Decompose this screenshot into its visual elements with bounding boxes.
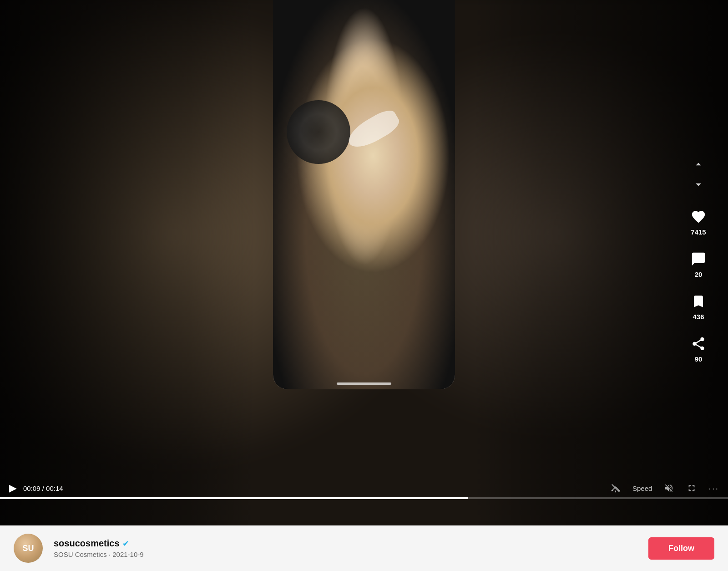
sidebar-actions: 7415 20 436 bbox=[687, 154, 710, 371]
like-count: 7415 bbox=[691, 228, 706, 236]
avatar-text: SU bbox=[22, 544, 34, 553]
video-frame bbox=[273, 0, 455, 389]
time-separator: / bbox=[42, 484, 46, 492]
brush-overlay bbox=[287, 100, 350, 164]
video-panel bbox=[273, 0, 455, 389]
current-time: 00:09 bbox=[23, 484, 40, 492]
share-count: 90 bbox=[695, 355, 703, 363]
channel-info: sosucosmetics ✔ SOSU Cosmetics · 2021-10… bbox=[54, 538, 637, 558]
channel-name: sosucosmetics bbox=[54, 538, 120, 549]
verified-icon: ✔ bbox=[122, 539, 129, 549]
like-group: 7415 bbox=[687, 205, 710, 244]
controls-bar: ▶ 00:09 / 00:14 Speed bbox=[0, 478, 728, 498]
channel-name-row: sosucosmetics ✔ bbox=[54, 538, 637, 549]
bookmark-button[interactable] bbox=[687, 290, 710, 313]
total-time: 00:14 bbox=[46, 484, 63, 492]
play-button[interactable]: ▶ bbox=[9, 482, 17, 494]
mute-button[interactable] bbox=[663, 482, 675, 494]
controls-right: Speed ··· bbox=[610, 482, 719, 494]
nav-down-button[interactable] bbox=[688, 174, 708, 194]
bookmark-count: 436 bbox=[693, 313, 704, 321]
phone-home-indicator bbox=[337, 382, 391, 385]
follow-button[interactable]: Follow bbox=[648, 537, 714, 560]
video-container: 7415 20 436 bbox=[0, 0, 728, 525]
speed-label: Speed bbox=[632, 484, 652, 492]
like-button[interactable] bbox=[687, 205, 710, 228]
fullscreen-button[interactable] bbox=[686, 482, 698, 494]
comment-button[interactable] bbox=[687, 248, 710, 270]
bookmark-group: 436 bbox=[687, 290, 710, 329]
comment-count: 20 bbox=[695, 270, 703, 278]
channel-subtitle: SOSU Cosmetics · 2021-10-9 bbox=[54, 551, 637, 558]
concealer-overlay bbox=[344, 106, 403, 153]
nav-arrows bbox=[688, 154, 708, 194]
nav-up-button[interactable] bbox=[688, 154, 708, 174]
info-bar: SU sosucosmetics ✔ SOSU Cosmetics · 2021… bbox=[0, 525, 728, 571]
share-button[interactable] bbox=[687, 332, 710, 355]
no-airplay-icon bbox=[610, 482, 622, 494]
comment-group: 20 bbox=[687, 248, 710, 286]
more-options-button[interactable]: ··· bbox=[708, 483, 719, 494]
speed-button[interactable]: Speed bbox=[632, 484, 652, 492]
time-display: 00:09 / 00:14 bbox=[23, 484, 63, 492]
avatar: SU bbox=[14, 534, 43, 563]
share-group: 90 bbox=[687, 332, 710, 371]
